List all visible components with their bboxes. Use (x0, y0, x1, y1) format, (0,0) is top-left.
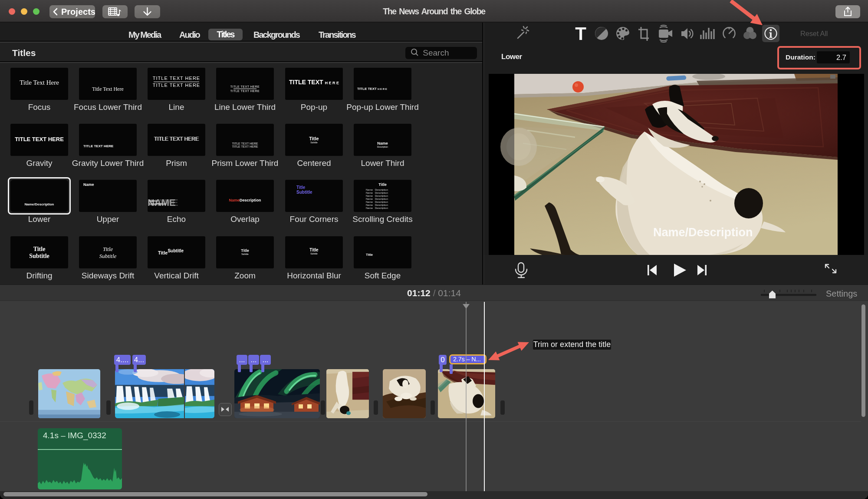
svg-text:Name/Description: Name/Description (653, 226, 753, 239)
svg-text:Projects: Projects (61, 7, 95, 17)
svg-text:T: T (575, 23, 586, 44)
